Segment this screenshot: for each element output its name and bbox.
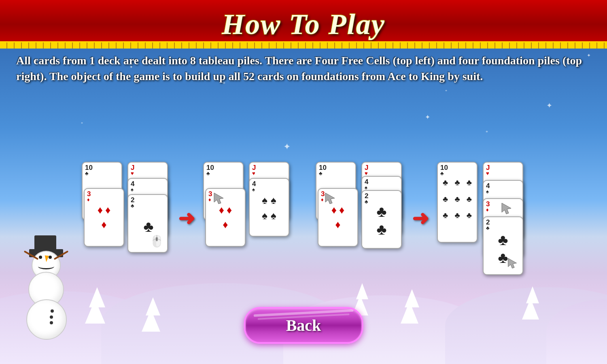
snowman-button-2 xyxy=(50,315,53,319)
snowman-nose xyxy=(44,256,49,262)
cursor-arrow-2 xyxy=(212,191,226,205)
snowman-button-1 xyxy=(51,309,54,313)
card-group-2-after: 10 ♣ ♣ 3 ♦ ♦♦ ♦ xyxy=(203,162,291,251)
card-stack-4: J ♥ ♥ 4 ♠ ♠♠ ♠♠ xyxy=(249,162,291,235)
card-3-diamonds-2: 3 ♦ ♦♦ ♦ xyxy=(205,188,246,247)
snowman-eye-left xyxy=(39,256,42,259)
header: How To Play xyxy=(0,0,607,49)
cards-demonstration-area: 10 ♣ ♣ 3 ♦ ♦♦ ♦ xyxy=(24,162,583,275)
snowman-smile xyxy=(38,263,54,269)
arrow-1: ➜ xyxy=(178,207,195,230)
cursor-arrow-3 xyxy=(323,191,337,205)
card-stack-2: J ♥ ♥ 4 ♠ 2 ♣ ♣ xyxy=(127,162,170,251)
cursor-arrow-5 xyxy=(506,256,519,269)
card-stack-7: 10 ♣ ♣♣♣ ♣♣♣ ♣♣♣ xyxy=(437,162,480,251)
card-stack-1: 10 ♣ ♣ 3 ♦ ♦♦ ♦ xyxy=(82,162,124,251)
snowman-decoration xyxy=(20,259,73,340)
snowman-body-bottom xyxy=(26,299,67,340)
svg-marker-0 xyxy=(214,193,223,204)
svg-marker-3 xyxy=(508,258,517,269)
cursor-icon-1: 🖱️ xyxy=(150,235,164,248)
card-2-clubs-3: 2 ♣ ♣ ♣ xyxy=(361,190,402,249)
snowman-eye-right xyxy=(49,256,52,259)
card-group-1-before: 10 ♣ ♣ 3 ♦ ♦♦ ♦ xyxy=(82,162,170,251)
back-button[interactable]: Back xyxy=(244,307,363,344)
card-group-4-after: 10 ♣ ♣♣♣ ♣♣♣ ♣♣♣ J ♥ ♥ xyxy=(437,162,525,275)
card-10-clubs-final: 10 ♣ ♣♣♣ ♣♣♣ ♣♣♣ xyxy=(437,162,478,243)
arrow-2: ➜ xyxy=(412,207,429,230)
page-title: How To Play xyxy=(222,8,385,41)
back-button-container: Back xyxy=(244,307,363,344)
svg-marker-2 xyxy=(502,203,511,214)
card-2-clubs-final: 2 ♣ ♣ ♣ xyxy=(483,216,523,275)
svg-marker-1 xyxy=(325,193,335,204)
card-stack-8: J ♥ ♥ 4 ♠ 3 ♦ xyxy=(483,162,525,275)
description-text: All cards from 1 deck are dealt into 8 t… xyxy=(16,53,591,84)
card-stack-6: J ♥ ♥ 4 ♠ 2 ♣ ♣ xyxy=(361,162,404,243)
card-stack-3: 10 ♣ ♣ 3 ♦ ♦♦ ♦ xyxy=(203,162,246,251)
card-4-spades-2: 4 ♠ ♠♠ ♠♠ xyxy=(249,178,289,237)
gold-dots-decoration xyxy=(0,41,607,49)
snowman-button-3 xyxy=(50,321,53,324)
card-group-3-before: 10 ♣ ♣ 3 ♦ ♦♦ ♦ xyxy=(316,162,404,251)
cursor-arrow-4 xyxy=(500,201,514,215)
card-3-diamonds-3: 3 ♦ ♦♦ ♦ xyxy=(318,188,358,247)
card-3-diamonds: 3 ♦ ♦♦ ♦ xyxy=(84,188,124,247)
card-stack-5: 10 ♣ ♣ 3 ♦ ♦♦ ♦ xyxy=(316,162,358,251)
card-2-clubs-cursor: 2 ♣ ♣ 🖱️ xyxy=(127,194,168,253)
